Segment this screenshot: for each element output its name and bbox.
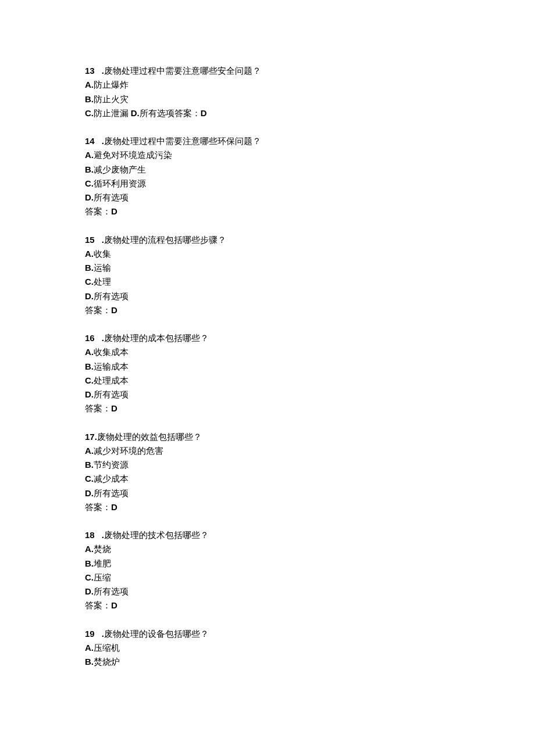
option-label: B. xyxy=(85,558,94,568)
question-number: 15 xyxy=(85,235,95,245)
question-line: 13.废物处理过程中需要注意哪些安全问题？ xyxy=(85,64,450,78)
answer-value: D xyxy=(111,206,117,216)
answer-prefix: 答案： xyxy=(174,109,201,118)
option-text: 所有选项 xyxy=(94,390,129,399)
answer-prefix: 答案： xyxy=(85,503,111,512)
option-text: 所有选项 xyxy=(94,292,129,301)
answer-line: 答案：D xyxy=(85,205,450,218)
option-b: B.节约资源 xyxy=(85,458,450,472)
option-c: C.循环利用资源 xyxy=(85,177,450,191)
option-label: D. xyxy=(85,389,94,399)
answer-line: 答案：D xyxy=(85,500,450,514)
option-label: B. xyxy=(85,164,94,174)
option-d: D.所有选项 xyxy=(85,585,450,599)
option-a: A.减少对环境的危害 xyxy=(85,444,450,458)
question-line: 17.废物处理的效益包括哪些？ xyxy=(85,430,450,444)
option-b: B.运输成本 xyxy=(85,360,450,374)
option-c: C.压缩 xyxy=(85,571,450,585)
question-line: 19.废物处理的设备包括哪些？ xyxy=(85,627,450,641)
question-number: 18 xyxy=(85,530,95,540)
answer-value: D xyxy=(111,502,117,512)
question-16: 16.废物处理的成本包括哪些？ A.收集成本 B.运输成本 C.处理成本 D.所… xyxy=(85,331,450,416)
option-label: A. xyxy=(85,80,94,89)
option-label: D. xyxy=(85,488,94,498)
option-label: C. xyxy=(85,108,94,118)
option-d: D.所有选项 xyxy=(85,486,450,500)
option-text: 循环利用资源 xyxy=(94,179,146,188)
document-page: 13.废物处理过程中需要注意哪些安全问题？ A.防止爆炸 B.防止火灾 C.防止… xyxy=(0,0,535,756)
option-text: 减少对环境的危害 xyxy=(94,446,163,456)
answer-prefix: 答案： xyxy=(85,601,111,610)
option-c: C.处理成本 xyxy=(85,374,450,388)
option-a: A.压缩机 xyxy=(85,641,450,655)
option-b: B.堆肥 xyxy=(85,557,450,571)
option-text: 运输 xyxy=(94,263,111,273)
option-d: D.所有选项 xyxy=(85,388,450,402)
question-line: 18.废物处理的技术包括哪些？ xyxy=(85,528,450,542)
answer-line: 答案：D xyxy=(85,402,450,415)
option-label: D. xyxy=(131,108,140,118)
option-b: B.减少废物产生 xyxy=(85,163,450,177)
question-13: 13.废物处理过程中需要注意哪些安全问题？ A.防止爆炸 B.防止火灾 C.防止… xyxy=(85,64,450,120)
option-d: D.所有选项 xyxy=(85,289,450,303)
question-number: 13 xyxy=(85,66,95,76)
option-label: A. xyxy=(85,544,94,554)
answer-prefix: 答案： xyxy=(85,207,111,216)
option-label: C. xyxy=(85,277,94,286)
question-text: 废物处理的技术包括哪些？ xyxy=(104,531,209,540)
option-text: 防止爆炸 xyxy=(94,80,129,89)
answer-line: 答案：D xyxy=(85,303,450,317)
question-text: 废物处理的成本包括哪些？ xyxy=(104,334,209,343)
question-text: 废物处理过程中需要注意哪些环保问题？ xyxy=(104,137,261,146)
option-label: A. xyxy=(85,249,94,259)
question-text: 废物处理的设备包括哪些？ xyxy=(104,629,209,639)
option-a: A.避免对环境造成污染 xyxy=(85,148,450,162)
question-number: 19 xyxy=(85,629,95,639)
question-19: 19.废物处理的设备包括哪些？ A.压缩机 B.焚烧炉 xyxy=(85,627,450,669)
option-label: C. xyxy=(85,572,94,582)
answer-value: D xyxy=(201,108,207,118)
option-a: A.焚烧 xyxy=(85,542,450,556)
question-18: 18.废物处理的技术包括哪些？ A.焚烧 B.堆肥 C.压缩 D.所有选项 答案… xyxy=(85,528,450,613)
option-text: 收集成本 xyxy=(94,347,129,357)
option-text: 压缩机 xyxy=(94,643,120,653)
option-text: 焚烧炉 xyxy=(94,657,120,667)
option-label: D. xyxy=(85,192,94,202)
option-label: B. xyxy=(85,94,94,104)
option-a: A.收集 xyxy=(85,247,450,261)
option-label: B. xyxy=(85,460,94,470)
option-text: 减少成本 xyxy=(94,474,129,483)
answer-prefix: 答案： xyxy=(85,306,111,315)
option-text: 运输成本 xyxy=(94,362,129,371)
question-text: 废物处理过程中需要注意哪些安全问题？ xyxy=(104,66,261,76)
option-label: B. xyxy=(85,263,94,273)
option-label: A. xyxy=(85,446,94,456)
option-text: 收集 xyxy=(94,249,111,259)
answer-value: D xyxy=(111,403,117,413)
answer-value: D xyxy=(111,305,117,315)
option-text: 所有选项 xyxy=(94,489,129,498)
option-text: 处理成本 xyxy=(94,376,129,385)
option-c: C.处理 xyxy=(85,275,450,289)
option-text: 防止泄漏 xyxy=(94,109,131,118)
option-a: A.收集成本 xyxy=(85,345,450,359)
option-label: D. xyxy=(85,291,94,301)
option-label: D. xyxy=(85,586,94,596)
option-text: 避免对环境造成污染 xyxy=(94,151,172,160)
option-text: 所有选项 xyxy=(94,193,129,202)
option-text: 堆肥 xyxy=(94,559,111,568)
option-label: B. xyxy=(85,657,94,667)
question-line: 14.废物处理过程中需要注意哪些环保问题？ xyxy=(85,134,450,148)
option-label: C. xyxy=(85,178,94,188)
option-d: D.所有选项 xyxy=(85,191,450,205)
option-text: 防止火灾 xyxy=(94,95,129,104)
answer-line: 答案：D xyxy=(85,599,450,612)
option-label: A. xyxy=(85,347,94,357)
question-number: 16 xyxy=(85,333,95,343)
option-text: 所有选项 xyxy=(140,109,174,118)
question-line: 15.废物处理的流程包括哪些步骤？ xyxy=(85,233,450,247)
option-label: C. xyxy=(85,474,94,483)
question-text: 废物处理的流程包括哪些步骤？ xyxy=(104,235,226,245)
answer-value: D xyxy=(111,600,117,610)
question-15: 15.废物处理的流程包括哪些步骤？ A.收集 B.运输 C.处理 D.所有选项 … xyxy=(85,233,450,318)
